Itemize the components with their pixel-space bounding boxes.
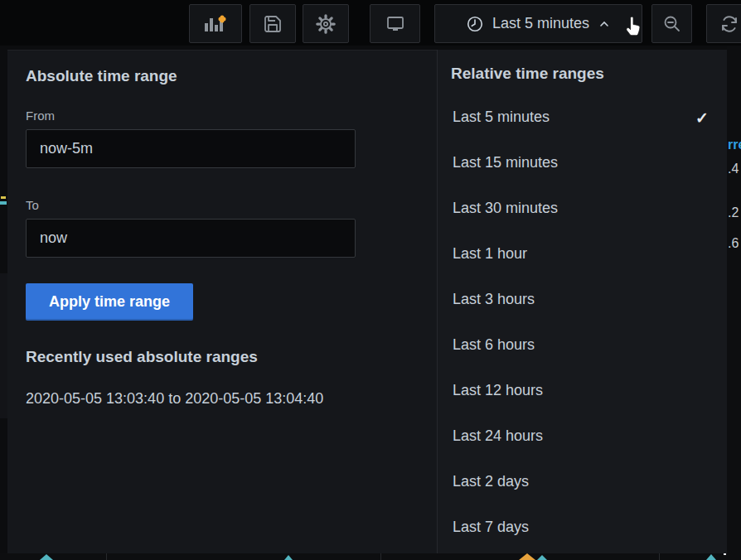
- to-label: To: [26, 198, 419, 212]
- absolute-panel-title: Absolute time range: [26, 67, 419, 85]
- relative-option-last-7-days[interactable]: Last 7 days: [451, 504, 727, 550]
- tv-monitor-icon: [385, 14, 406, 34]
- graph-spike: [537, 555, 547, 560]
- relative-option-last-3-hours[interactable]: Last 3 hours: [451, 277, 727, 322]
- cycle-view-mode-button[interactable]: [370, 4, 420, 43]
- relative-option-label: Last 5 minutes: [453, 109, 550, 126]
- relative-option-last-5-minutes[interactable]: Last 5 minutes ✓: [451, 94, 727, 140]
- relative-range-list: Last 5 minutes ✓ Last 15 minutes Last 30…: [451, 94, 727, 550]
- relative-option-label: Last 7 days: [453, 519, 529, 536]
- zoom-out-icon: [662, 14, 682, 34]
- dashboard-settings-button[interactable]: [303, 4, 349, 43]
- graph-spike: [40, 554, 53, 560]
- relative-option-label: Last 15 minutes: [453, 154, 558, 171]
- graph-fragment: [0, 201, 7, 205]
- relative-option-last-12-hours[interactable]: Last 12 hours: [451, 368, 727, 413]
- recently-used-title: Recently used absolute ranges: [26, 348, 419, 366]
- relative-panel-title: Relative time ranges: [451, 65, 727, 83]
- refresh-dashboard-button[interactable]: [706, 4, 741, 43]
- relative-option-label: Last 24 hours: [453, 427, 543, 445]
- legend-value-fragment: .6: [728, 236, 739, 251]
- gridline-fragment: [106, 553, 107, 560]
- save-dashboard-button[interactable]: [249, 4, 296, 43]
- absolute-time-range-panel: Absolute time range From To Apply time r…: [7, 50, 437, 553]
- gridline-fragment: [380, 553, 381, 560]
- gridline-fragment: [659, 553, 660, 560]
- save-icon: [263, 14, 283, 34]
- graph-spike: [284, 555, 293, 560]
- relative-option-last-1-hour[interactable]: Last 1 hour: [451, 231, 727, 277]
- legend-value-fragment: .2: [728, 205, 739, 220]
- relative-time-ranges-panel: Relative time ranges Last 5 minutes ✓ La…: [437, 50, 727, 553]
- recent-range-item[interactable]: 2020-05-05 13:03:40 to 2020-05-05 13:04:…: [26, 390, 323, 408]
- graph-spike: [519, 553, 535, 560]
- clock-icon: [466, 15, 484, 33]
- from-label: From: [26, 109, 419, 123]
- refresh-icon: [719, 14, 739, 34]
- relative-option-label: Last 12 hours: [453, 382, 543, 399]
- relative-option-label: Last 1 hour: [453, 245, 527, 263]
- dashboard-bottom-sliver: [0, 553, 741, 560]
- graph-spike: [706, 554, 716, 560]
- add-panel-button[interactable]: [189, 4, 242, 43]
- gear-icon: [315, 13, 337, 35]
- relative-option-label: Last 30 minutes: [453, 200, 558, 217]
- relative-option-last-15-minutes[interactable]: Last 15 minutes: [451, 140, 727, 186]
- legend-value-fragment: .4: [728, 162, 739, 176]
- background-panel-fragment: [0, 273, 7, 418]
- time-range-label: Last 5 minutes: [492, 15, 589, 32]
- chevron-up-icon: [598, 17, 611, 31]
- relative-option-last-24-hours[interactable]: Last 24 hours: [451, 413, 727, 459]
- relative-option-last-6-hours[interactable]: Last 6 hours: [451, 322, 727, 368]
- relative-option-last-2-days[interactable]: Last 2 days: [451, 459, 727, 504]
- dashboard-right-sliver: rre .4 .2 .6: [727, 46, 741, 553]
- graph-fragment: [1, 196, 6, 199]
- add-panel-icon: [203, 13, 228, 35]
- to-input[interactable]: [26, 219, 356, 258]
- zoom-out-time-button[interactable]: [651, 4, 692, 43]
- dashboard-toolbar: Last 5 minutes: [0, 0, 741, 46]
- relative-option-label: Last 6 hours: [453, 336, 535, 354]
- relative-option-last-30-minutes[interactable]: Last 30 minutes: [451, 186, 727, 231]
- relative-option-label: Last 2 days: [453, 473, 529, 490]
- check-icon: ✓: [695, 108, 709, 127]
- relative-option-label: Last 3 hours: [453, 291, 535, 308]
- dashboard-left-sliver: [0, 46, 7, 553]
- from-input[interactable]: [26, 129, 356, 168]
- graph-point-fragment: [724, 553, 726, 555]
- time-range-picker-button[interactable]: Last 5 minutes: [434, 4, 642, 43]
- apply-time-range-button[interactable]: Apply time range: [26, 283, 193, 321]
- legend-header-fragment: rre: [728, 138, 741, 152]
